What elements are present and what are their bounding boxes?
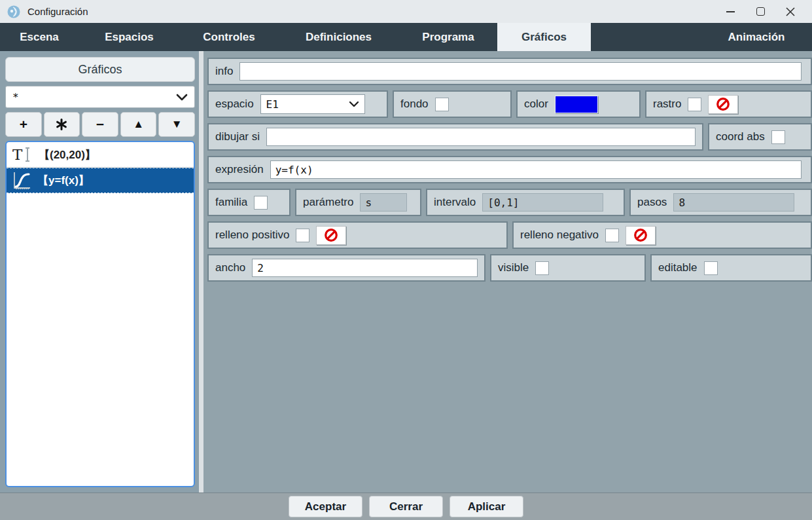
list-toolbar: + − ▲ ▼ — [5, 112, 195, 137]
relleno-positivo-checkbox[interactable] — [296, 229, 309, 242]
pasos-input[interactable] — [673, 193, 794, 212]
row-relleno: relleno positivo relleno negativo — [207, 221, 812, 249]
espacio-select[interactable]: E1 — [260, 94, 365, 114]
visible-cell: visible — [490, 254, 646, 282]
asterisk-icon — [55, 118, 68, 131]
pasos-cell: pasos — [629, 189, 812, 216]
parametro-cell: parámetro — [295, 189, 421, 216]
graphic-properties-panel: info espacio E1 fondo — [203, 51, 812, 492]
espacio-cell: espacio E1 — [207, 90, 388, 118]
prohibit-icon — [715, 96, 731, 112]
panel-divider — [199, 51, 203, 492]
pasos-label: pasos — [637, 196, 667, 209]
move-down-button[interactable]: ▼ — [158, 112, 195, 137]
list-item-text[interactable]: T 【(20,20)】 — [7, 142, 194, 168]
filter-value: * — [12, 91, 19, 103]
ancho-input[interactable] — [252, 259, 478, 277]
coord-abs-checkbox[interactable] — [771, 130, 785, 144]
accept-button[interactable]: Aceptar — [289, 496, 362, 517]
familia-label: familia — [215, 196, 247, 209]
close-icon — [786, 7, 795, 16]
list-item-curve[interactable]: 【y=f(x)】 — [7, 168, 194, 193]
titlebar: Configuración — [0, 0, 812, 23]
fondo-label: fondo — [400, 98, 429, 111]
row-dibujar-si: dibujar si coord abs — [207, 123, 812, 151]
maximize-button[interactable] — [745, 2, 775, 22]
color-swatch[interactable] — [555, 96, 598, 113]
rastro-none-button[interactable] — [708, 95, 738, 114]
espacio-value: E1 — [266, 98, 279, 111]
chevron-down-icon — [176, 94, 188, 101]
expresion-input[interactable] — [270, 160, 802, 179]
tab-definiciones[interactable]: Definiciones — [278, 23, 399, 51]
add-button[interactable]: + — [5, 112, 42, 137]
curve-item-icon — [12, 171, 31, 191]
color-cell: color — [516, 90, 641, 118]
visible-label: visible — [498, 261, 529, 274]
rastro-checkbox[interactable] — [688, 98, 701, 111]
intervalo-cell: intervalo — [426, 189, 625, 216]
graphics-list-panel: Gráficos * + − — [0, 51, 199, 492]
ancho-label: ancho — [215, 261, 245, 274]
apply-button[interactable]: Aplicar — [450, 496, 523, 517]
info-input[interactable] — [239, 62, 802, 81]
chevron-down-icon — [349, 101, 359, 107]
prohibit-icon — [633, 227, 648, 243]
relleno-positivo-none-button[interactable] — [316, 226, 346, 245]
tab-animacion[interactable]: Animación — [701, 23, 812, 51]
familia-cell: familia — [207, 189, 291, 216]
tab-graficos[interactable]: Gráficos — [497, 23, 591, 51]
fondo-checkbox[interactable] — [435, 98, 449, 111]
ancho-cell: ancho — [207, 254, 485, 282]
graphics-filter-select[interactable]: * — [5, 86, 195, 108]
row-espacio: espacio E1 fondo color — [207, 90, 812, 118]
move-up-button[interactable]: ▲ — [120, 112, 157, 137]
editable-cell: editable — [650, 254, 812, 282]
main-area: Gráficos * + − — [0, 51, 812, 492]
tabbar-spacer — [591, 23, 701, 51]
relleno-negativo-label: relleno negativo — [520, 229, 599, 242]
text-item-icon: T — [12, 146, 33, 163]
row-info: info — [207, 58, 812, 85]
rastro-cell: rastro — [645, 90, 812, 118]
close-button[interactable] — [775, 2, 805, 22]
intervalo-label: intervalo — [434, 196, 476, 209]
familia-checkbox[interactable] — [254, 196, 268, 210]
parametro-input[interactable] — [360, 193, 407, 212]
dibujar-si-cell: dibujar si — [207, 123, 703, 151]
row-expresion: expresión — [207, 156, 812, 183]
tab-programa[interactable]: Programa — [399, 23, 497, 51]
dialog-footer: Aceptar Cerrar Aplicar — [0, 492, 812, 520]
relleno-negativo-none-button[interactable] — [626, 226, 656, 245]
info-cell: info — [207, 58, 812, 85]
dibujar-si-label: dibujar si — [215, 130, 260, 143]
duplicate-button[interactable] — [44, 112, 80, 137]
relleno-negativo-cell: relleno negativo — [512, 221, 812, 249]
window-controls — [715, 2, 805, 22]
relleno-negativo-checkbox[interactable] — [605, 229, 619, 242]
visible-checkbox[interactable] — [535, 261, 549, 275]
tab-escena[interactable]: Escena — [0, 23, 79, 51]
rastro-label: rastro — [653, 98, 681, 111]
configuracion-window: Configuración Escena Espacios Controles … — [0, 0, 812, 520]
descartes-logo-icon — [7, 5, 21, 19]
list-item-label: 【y=f(x)】 — [37, 173, 90, 188]
info-label: info — [215, 65, 233, 78]
editable-label: editable — [658, 261, 697, 274]
svg-text:T: T — [12, 146, 23, 163]
panel-title: Gráficos — [5, 57, 195, 82]
minimize-icon — [726, 11, 735, 12]
dibujar-si-input[interactable] — [266, 128, 696, 146]
remove-button[interactable]: − — [82, 112, 118, 137]
cerrar-button[interactable]: Cerrar — [369, 496, 443, 517]
list-item-label: 【(20,20)】 — [39, 147, 96, 162]
window-title: Configuración — [27, 6, 88, 17]
minimize-button[interactable] — [715, 2, 745, 22]
intervalo-input[interactable] — [482, 193, 603, 212]
tab-espacios[interactable]: Espacios — [79, 23, 180, 51]
tab-controles[interactable]: Controles — [180, 23, 278, 51]
color-label: color — [524, 98, 548, 111]
editable-checkbox[interactable] — [704, 261, 718, 275]
expresion-cell: expresión — [207, 156, 812, 183]
espacio-label: espacio — [215, 98, 254, 111]
